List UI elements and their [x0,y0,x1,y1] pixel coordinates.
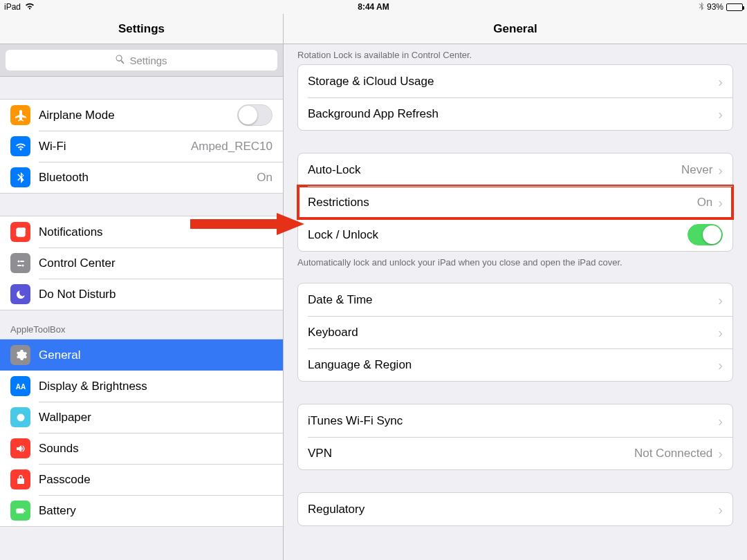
battery-icon [10,501,30,521]
sounds-icon [10,438,30,458]
rotation-note: Rotation Lock is available in Control Ce… [284,44,747,64]
row-storage[interactable]: Storage & iCloud Usage › [298,65,732,97]
battery-icon [726,3,743,11]
sidebar-item-airplane[interactable]: Airplane Mode [0,100,283,131]
row-autolock[interactable]: Auto-Lock Never › [298,153,732,186]
sidebar-item-sounds[interactable]: Sounds [0,433,283,464]
airplane-label: Airplane Mode [39,109,237,122]
chevron-right-icon: › [718,447,723,460]
wifi-icon [10,136,30,156]
lockunlock-switch[interactable] [688,224,723,245]
svg-rect-10 [24,510,26,512]
status-bar: iPad 8:44 AM 93% [0,0,747,14]
chevron-right-icon: › [718,107,723,121]
display-icon: AA [10,376,30,396]
svg-rect-3 [20,261,24,262]
svg-point-2 [17,260,19,262]
sidebar-group-main: General AA Display & Brightness Wallpape… [0,339,283,527]
sidebar-title: Settings [0,14,283,44]
airplane-icon [10,105,30,125]
svg-text:AA: AA [15,383,25,391]
notifications-label: Notifications [39,225,273,239]
sidebar-group-header: AppleToolBox [0,320,283,339]
sidebar-group-notifications: Notifications Control Center Do Not Dist… [0,216,283,310]
row-bgrefresh[interactable]: Background App Refresh › [298,97,732,130]
row-datetime[interactable]: Date & Time › [298,283,732,316]
chevron-right-icon: › [718,358,723,372]
svg-rect-5 [17,265,21,266]
chevron-right-icon: › [718,503,723,516]
settings-sidebar: Settings Settings Airplane Mode [0,14,284,560]
sidebar-item-bluetooth[interactable]: Bluetooth On [0,162,283,193]
controlcenter-icon [10,253,30,273]
controlcenter-label: Control Center [39,256,273,270]
sidebar-item-battery[interactable]: Battery [0,495,283,526]
chevron-right-icon: › [718,293,723,307]
search-icon [116,55,125,66]
lock-icon [10,469,30,489]
general-label: General [39,348,273,362]
airplane-switch[interactable] [237,104,273,126]
chevron-right-icon: › [718,414,723,428]
notifications-icon [10,222,30,242]
chevron-right-icon: › [718,163,723,177]
device-name: iPad [4,2,21,12]
chevron-right-icon: › [718,75,723,88]
bluetooth-icon [699,2,704,12]
sidebar-group-connectivity: Airplane Mode Wi-Fi Amped_REC10 Bluetoot… [0,99,283,194]
detail-scroll[interactable]: Rotation Lock is available in Control Ce… [284,44,747,560]
gear-icon [10,345,30,365]
group-lock: Auto-Lock Never › Restrictions On › Lock… [297,153,733,252]
wallpaper-icon [10,407,30,427]
svg-point-1 [21,227,26,232]
battery-label: Battery [39,504,273,518]
status-right: 93% [699,2,743,12]
wifi-icon [25,2,35,12]
row-itunes[interactable]: iTunes Wi-Fi Sync › [298,404,732,437]
sidebar-item-wallpaper[interactable]: Wallpaper [0,402,283,433]
sounds-label: Sounds [39,442,273,456]
group-regulatory: Regulatory › [297,492,733,526]
sidebar-item-wifi[interactable]: Wi-Fi Amped_REC10 [0,131,283,162]
dnd-label: Do Not Disturb [39,288,273,301]
sidebar-item-notifications[interactable]: Notifications [0,216,283,248]
wallpaper-label: Wallpaper [39,411,273,424]
status-time: 8:44 AM [358,2,389,12]
wifi-value: Amped_REC10 [191,140,273,153]
row-lockunlock[interactable]: Lock / Unlock [298,218,732,251]
chevron-right-icon: › [718,326,723,339]
passcode-label: Passcode [39,473,273,487]
wifi-label: Wi-Fi [39,140,191,153]
row-keyboard[interactable]: Keyboard › [298,316,732,348]
sidebar-item-general[interactable]: General [0,339,283,371]
row-vpn[interactable]: VPN Not Connected › [298,437,732,469]
sidebar-item-dnd[interactable]: Do Not Disturb [0,279,283,310]
row-langregion[interactable]: Language & Region › [298,348,732,381]
sidebar-item-display[interactable]: AA Display & Brightness [0,371,283,402]
detail-pane: General Rotation Lock is available in Co… [284,14,747,560]
bluetooth-label: Bluetooth [39,171,257,185]
svg-point-8 [19,416,22,419]
sidebar-item-controlcenter[interactable]: Control Center [0,248,283,279]
moon-icon [10,284,30,304]
row-regulatory[interactable]: Regulatory › [298,493,732,525]
search-placeholder: Settings [129,55,167,66]
group-storage: Storage & iCloud Usage › Background App … [297,64,733,131]
bluetooth-value: On [257,171,273,185]
group-locale: Date & Time › Keyboard › Language & Regi… [297,283,733,382]
svg-rect-11 [17,510,23,512]
row-restrictions[interactable]: Restrictions On › [298,186,732,218]
detail-title: General [284,14,747,44]
group-sync: iTunes Wi-Fi Sync › VPN Not Connected › [297,404,733,470]
search-wrap: Settings [0,44,283,77]
search-input[interactable]: Settings [6,50,277,71]
svg-point-4 [21,264,24,266]
chevron-right-icon: › [718,196,723,209]
sidebar-item-passcode[interactable]: Passcode [0,464,283,495]
battery-percent: 93% [707,2,723,12]
sidebar-scroll[interactable]: Airplane Mode Wi-Fi Amped_REC10 Bluetoot… [0,77,283,560]
status-left: iPad [4,2,35,12]
display-label: Display & Brightness [39,380,273,393]
lock-note: Automatically lock and unlock your iPad … [284,252,747,272]
bluetooth-icon [10,167,30,187]
